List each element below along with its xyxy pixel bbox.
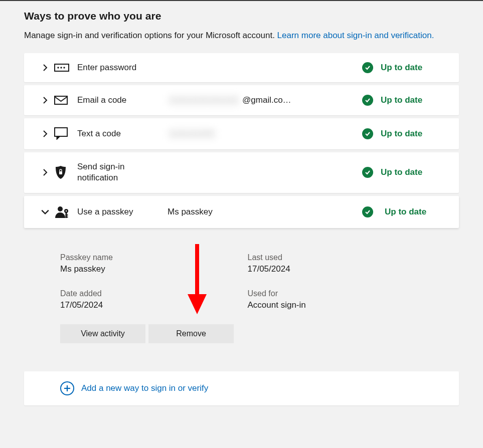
method-notification[interactable]: Send sign-in notification Up to date [24, 152, 459, 193]
method-label: Text a code [77, 129, 168, 139]
field-label: Passkey name [60, 253, 236, 262]
method-passkey[interactable]: Use a passkey Ms passkey Up to date [24, 196, 459, 228]
field-value: 17/05/2024 [60, 300, 236, 310]
status-check-icon [359, 128, 377, 139]
svg-point-3 [63, 67, 65, 68]
svg-point-7 [58, 206, 63, 211]
svg-rect-6 [59, 171, 62, 174]
status-text: Up to date [377, 207, 447, 217]
chevron-right-icon [36, 168, 54, 176]
field-label: Used for [248, 289, 423, 298]
chevron-right-icon [36, 96, 54, 104]
method-label: Use a passkey [77, 207, 168, 217]
chevron-right-icon [36, 64, 54, 72]
field-value: Ms passkey [60, 264, 236, 274]
passkey-detail-panel: Passkey name Ms passkey Last used 17/05/… [24, 231, 459, 365]
status-text: Up to date [377, 129, 447, 139]
method-email[interactable]: Email a code redactedredacted @gmail.co…… [24, 85, 459, 115]
svg-rect-5 [55, 128, 67, 136]
svg-rect-11 [66, 214, 68, 215]
password-icon [54, 63, 77, 73]
status-check-icon [359, 95, 377, 106]
status-check-icon [359, 62, 377, 73]
method-sms[interactable]: Text a code redacted00 Up to date [24, 118, 459, 149]
plus-icon [60, 381, 74, 395]
status-text: Up to date [377, 95, 447, 105]
chevron-right-icon [36, 130, 54, 138]
email-icon [54, 95, 77, 105]
sms-icon [54, 127, 77, 140]
svg-rect-12 [66, 216, 68, 217]
passkey-name-field: Passkey name Ms passkey [60, 253, 236, 274]
used-for-field: Used for Account sign-in [248, 289, 423, 310]
page-title: Ways to prove who you are [24, 10, 459, 22]
svg-point-2 [60, 67, 62, 68]
shield-lock-icon [54, 165, 77, 180]
method-label: Enter password [77, 63, 168, 73]
method-detail: redacted00 [168, 128, 359, 140]
status-check-icon [359, 206, 377, 217]
learn-more-link[interactable]: Learn more about sign-in and verificatio… [277, 31, 434, 40]
passkey-icon [54, 205, 77, 219]
redacted-text: redactedredacted [168, 94, 240, 106]
add-new-method[interactable]: Add a new way to sign in or verify [24, 371, 459, 405]
redacted-text: redacted00 [168, 128, 216, 140]
email-suffix: @gmail.co… [242, 95, 291, 105]
field-label: Date added [60, 289, 236, 298]
svg-rect-4 [55, 96, 67, 104]
method-label: Email a code [77, 95, 168, 105]
add-new-label[interactable]: Add a new way to sign in or verify [81, 383, 208, 393]
field-value: 17/05/2024 [248, 264, 423, 274]
field-label: Last used [248, 253, 423, 262]
last-used-field: Last used 17/05/2024 [248, 253, 423, 274]
svg-point-9 [66, 210, 67, 212]
method-password[interactable]: Enter password Up to date [24, 53, 459, 82]
page-subheading: Manage sign-in and verification options … [24, 29, 459, 42]
chevron-down-icon [36, 207, 54, 216]
field-value: Account sign-in [248, 300, 423, 310]
date-added-field: Date added 17/05/2024 [60, 289, 236, 310]
method-detail: redactedredacted @gmail.co… [168, 94, 359, 106]
status-text: Up to date [377, 63, 447, 73]
svg-point-1 [57, 67, 59, 68]
status-check-icon [359, 167, 377, 178]
view-activity-button[interactable]: View activity [60, 324, 145, 343]
subheading-text: Manage sign-in and verification options … [24, 31, 277, 40]
method-label: Send sign-in notification [77, 161, 168, 184]
method-detail: Ms passkey [168, 207, 359, 217]
remove-button[interactable]: Remove [148, 324, 234, 343]
status-text: Up to date [377, 167, 447, 177]
